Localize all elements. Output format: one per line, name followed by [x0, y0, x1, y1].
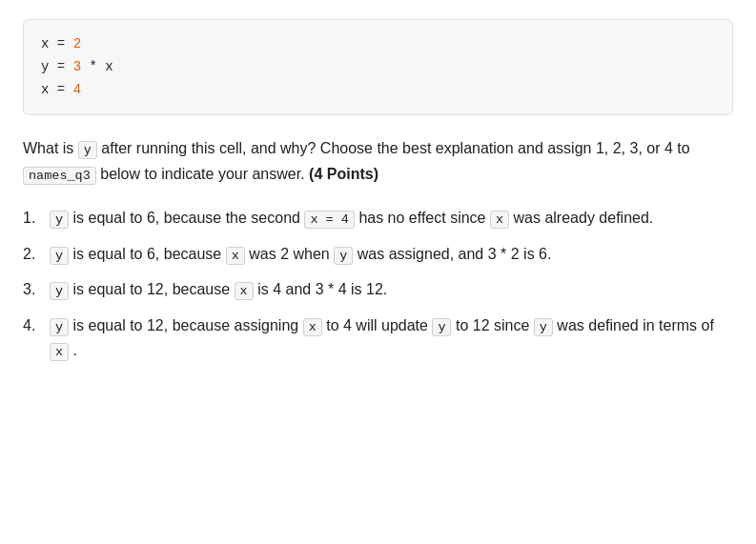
question-intro: What is: [23, 140, 73, 156]
option-4-text5: .: [73, 342, 77, 358]
code-num-4: 4: [73, 82, 81, 97]
option-3-number: 3.: [23, 277, 50, 302]
option-3-content: y is equal to 12, because x is 4 and 3 *…: [50, 277, 733, 302]
option-3-code1: x: [235, 282, 254, 300]
option-3-text1: is equal to 12, because: [73, 281, 235, 297]
option-4-code-x: x: [303, 318, 322, 336]
option-4-y3: y: [534, 318, 553, 336]
code-line-1: x = 2: [41, 33, 715, 56]
option-2-y: y: [50, 247, 69, 265]
option-4-text2: to 4 will update: [326, 317, 432, 333]
option-3-y: y: [50, 282, 69, 300]
code-num-3: 3: [73, 59, 81, 74]
option-4: 4. y is equal to 12, because assigning x…: [23, 313, 733, 362]
option-1-text1: is equal to 6, because the second: [73, 210, 305, 226]
option-4-code-x2: x: [50, 343, 69, 361]
question-end: below to indicate your answer.: [100, 166, 304, 182]
option-3: 3. y is equal to 12, because x is 4 and …: [23, 277, 733, 302]
option-2-content: y is equal to 6, because x was 2 when y …: [50, 242, 733, 267]
option-2: 2. y is equal to 6, because x was 2 when…: [23, 242, 733, 267]
question-block: What is y after running this cell, and w…: [23, 136, 733, 187]
option-2-code1: x: [226, 247, 245, 265]
option-1-code2: x: [490, 211, 509, 229]
option-1-text3: was already defined.: [514, 210, 654, 226]
code-x-ref: x: [105, 59, 112, 74]
option-1-y: y: [50, 211, 69, 229]
code-num-2: 2: [73, 36, 81, 51]
code-block: x = 2 y = 3 * x x = 4: [23, 19, 733, 115]
option-2-number: 2.: [23, 242, 50, 267]
option-1: 1. y is equal to 6, because the second x…: [23, 206, 733, 231]
option-3-text2: is 4 and 3 * 4 is 12.: [257, 281, 387, 297]
option-1-content: y is equal to 6, because the second x = …: [50, 206, 733, 231]
option-4-text4: was defined in terms of: [557, 317, 714, 333]
option-1-text2: has no effect since: [358, 210, 490, 226]
option-1-number: 1.: [23, 206, 50, 231]
code-line-2: y = 3 * x: [41, 56, 715, 79]
option-4-y1: y: [50, 318, 69, 336]
option-4-y2: y: [432, 318, 451, 336]
option-2-text3: was assigned, and 3 * 2 is 6.: [358, 246, 552, 262]
option-2-text1: is equal to 6, because: [73, 246, 226, 262]
options-list: 1. y is equal to 6, because the second x…: [23, 206, 733, 362]
question-y-var: y: [78, 141, 97, 159]
option-1-code1: x = 4: [304, 211, 355, 229]
option-4-number: 4.: [23, 313, 50, 338]
question-points: (4 Points): [309, 166, 378, 182]
option-4-content: y is equal to 12, because assigning x to…: [50, 313, 733, 362]
code-line-3: x = 4: [41, 79, 715, 102]
option-4-text3: to 12 since: [456, 317, 534, 333]
option-2-code2: y: [334, 247, 353, 265]
question-names-var: names_q3: [23, 167, 96, 185]
option-2-text2: was 2 when: [249, 246, 334, 262]
option-4-text1: is equal to 12, because assigning: [73, 317, 303, 333]
question-middle: after running this cell, and why? Choose…: [101, 140, 689, 156]
